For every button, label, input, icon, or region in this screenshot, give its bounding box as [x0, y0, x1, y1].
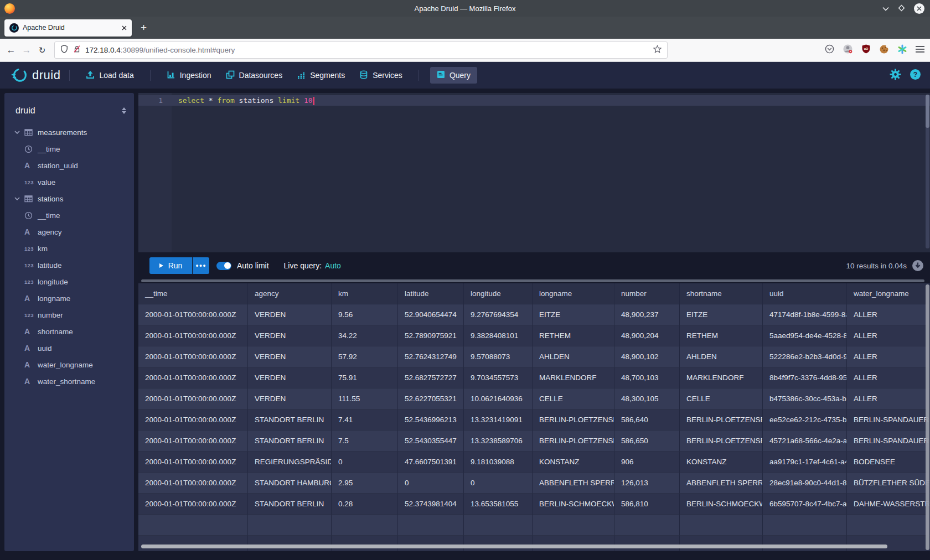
table-cell[interactable]: VERDEN [248, 367, 332, 388]
table-cell[interactable]: 111.55 [332, 388, 398, 409]
table-cell[interactable]: 6b595707-8c47-4bc7-a8 [763, 494, 847, 515]
table-cell[interactable]: 0 [398, 473, 464, 494]
table-cell[interactable]: 52.7890975921 [398, 325, 464, 346]
tree-column-latitude[interactable]: 123latitude [4, 257, 134, 273]
horizontal-scrollbar[interactable] [141, 545, 887, 548]
table-cell[interactable]: EITZE [533, 304, 614, 325]
table-cell[interactable]: 2000-01-01T00:00:00.000Z [138, 431, 248, 452]
table-cell[interactable]: 48,900,204 [614, 325, 680, 346]
url-bar[interactable]: 172.18.0.4:30899/unified-console.html#qu… [54, 42, 668, 59]
query-editor[interactable]: 1 select * from stations limit 10 [138, 93, 930, 252]
table-cell[interactable]: ALLER [847, 346, 930, 367]
column-header-number[interactable]: number [614, 283, 680, 304]
table-cell[interactable]: STANDORT HAMBURG [248, 473, 332, 494]
back-button[interactable]: ← [3, 45, 19, 56]
pocket-icon[interactable] [825, 44, 834, 56]
account-icon[interactable] [843, 44, 853, 56]
nav-datasources[interactable]: Datasources [219, 70, 290, 81]
table-cell[interactable]: b475386c-30cc-453a-b3 [763, 388, 847, 409]
tree-column-__time[interactable]: __time [4, 141, 134, 157]
table-cell[interactable]: REGIERUNGSPRÄSIDIUM [248, 452, 332, 473]
table-cell[interactable]: 2000-01-01T00:00:00.000Z [138, 494, 248, 515]
table-cell[interactable]: 586,810 [614, 494, 680, 515]
sort-icon[interactable] [122, 107, 126, 114]
table-cell[interactable]: CELLE [680, 388, 763, 409]
table-cell[interactable]: 5aaed954-de4e-4528-8f [763, 325, 847, 346]
column-header-latitude[interactable]: latitude [398, 283, 464, 304]
editor-scrollbar[interactable] [926, 95, 929, 248]
menu-hamburger-icon[interactable] [916, 45, 924, 55]
reload-button[interactable]: ↻ [34, 45, 50, 55]
table-cell[interactable]: 47.6607501391 [398, 452, 464, 473]
nav-query[interactable]: Query [430, 67, 477, 84]
table-cell[interactable]: ALLER [847, 388, 930, 409]
table-cell[interactable]: MARKLENDORF [533, 367, 614, 388]
table-cell[interactable]: 13.3231419091 [464, 409, 533, 431]
table-cell[interactable]: 9.3828408101 [464, 325, 533, 346]
table-cell[interactable]: BERLIN-SPANDAUER-S [847, 409, 930, 431]
table-cell[interactable]: VERDEN [248, 388, 332, 409]
table-cell[interactable]: 13.653581055 [464, 494, 533, 515]
druid-logo[interactable]: druid [11, 68, 60, 82]
table-cell[interactable]: ee52ce62-212c-4735-b4 [763, 409, 847, 431]
column-header-shortname[interactable]: shortname [680, 283, 763, 304]
vertical-scrollbar[interactable] [926, 284, 929, 550]
tree-column-km[interactable]: 123km [4, 240, 134, 257]
tree-table-measurements[interactable]: measurements [4, 124, 134, 141]
tree-table-stations[interactable]: stations [4, 190, 134, 207]
tree-column-water_longname[interactable]: Awater_longname [4, 356, 134, 373]
table-cell[interactable]: 48,900,237 [614, 304, 680, 325]
table-cell[interactable]: ABBENFLETH SPERRWEI [533, 473, 614, 494]
table-cell[interactable]: KONSTANZ [680, 452, 763, 473]
tree-column-number[interactable]: 123number [4, 307, 134, 323]
tree-column-uuid[interactable]: Auuid [4, 340, 134, 356]
table-cell[interactable]: DAHME-WASSERSTRAS [847, 494, 930, 515]
help-icon[interactable]: ? [910, 69, 921, 82]
table-cell[interactable]: 48,700,103 [614, 367, 680, 388]
table-cell[interactable]: 28ec91e8-90c0-44d1-8f [763, 473, 847, 494]
table-cell[interactable]: 47174d8f-1b8e-4599-8a [763, 304, 847, 325]
run-button[interactable]: Run [149, 257, 192, 274]
column-header-km[interactable]: km [332, 283, 398, 304]
table-cell[interactable]: ALLER [847, 367, 930, 388]
table-cell[interactable]: 0 [332, 452, 398, 473]
table-cell[interactable]: ALLER [847, 325, 930, 346]
bookmark-star-icon[interactable] [653, 45, 662, 55]
table-cell[interactable]: 52.9040654474 [398, 304, 464, 325]
table-cell[interactable]: 34.22 [332, 325, 398, 346]
column-header-uuid[interactable]: uuid [763, 283, 847, 304]
table-cell[interactable]: 586,650 [614, 431, 680, 452]
cookie-icon[interactable] [879, 44, 889, 56]
nav-ingestion[interactable]: Ingestion [159, 70, 219, 81]
table-cell[interactable]: 75.91 [332, 367, 398, 388]
nav-services[interactable]: Services [352, 70, 410, 81]
table-cell[interactable]: 586,640 [614, 409, 680, 431]
table-cell[interactable]: BÜTZFLETHER SÜDERE [847, 473, 930, 494]
table-cell[interactable]: ALLER [847, 304, 930, 325]
column-header-__time[interactable]: __time [138, 283, 248, 304]
table-cell[interactable]: VERDEN [248, 325, 332, 346]
table-cell[interactable]: 9.56 [332, 304, 398, 325]
shield-icon[interactable] [60, 45, 68, 55]
table-cell[interactable]: BERLIN-SPANDAUER-S [847, 431, 930, 452]
run-more-button[interactable]: ●●● [193, 257, 209, 274]
nav-load-data[interactable]: Load data [79, 70, 141, 81]
table-cell[interactable]: STANDORT BERLIN [248, 494, 332, 515]
table-cell[interactable]: 52.6227055321 [398, 388, 464, 409]
ublock-icon[interactable]: uO [861, 44, 871, 56]
table-cell[interactable]: BERLIN-PLOETZENSEE U [533, 431, 614, 452]
table-cell[interactable]: 45721a68-566c-4e2a-a6 [763, 431, 847, 452]
gear-icon[interactable] [890, 69, 901, 82]
results-top-scrollbar[interactable] [141, 279, 924, 282]
table-cell[interactable]: RETHEM [533, 325, 614, 346]
table-cell[interactable]: CELLE [533, 388, 614, 409]
table-cell[interactable]: 2000-01-01T00:00:00.000Z [138, 325, 248, 346]
table-cell[interactable]: 48,300,105 [614, 388, 680, 409]
column-header-agency[interactable]: agency [248, 283, 332, 304]
table-cell[interactable]: 2000-01-01T00:00:00.000Z [138, 367, 248, 388]
table-cell[interactable]: 9.57088073 [464, 346, 533, 367]
table-cell[interactable]: 57.92 [332, 346, 398, 367]
table-cell[interactable]: 906 [614, 452, 680, 473]
table-cell[interactable]: 522286e2-b2b3-4d0d-9a [763, 346, 847, 367]
tab-close-icon[interactable] [122, 23, 127, 33]
